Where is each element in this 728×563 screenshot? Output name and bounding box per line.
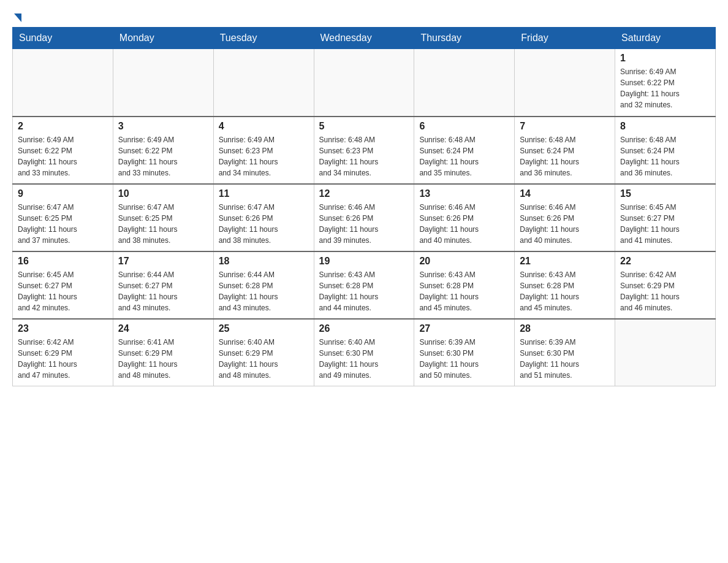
calendar-cell: 6Sunrise: 6:48 AM Sunset: 6:24 PM Daylig… (414, 117, 515, 184)
day-number: 27 (419, 323, 509, 334)
day-info: Sunrise: 6:43 AM Sunset: 6:28 PM Dayligh… (319, 269, 409, 313)
day-number: 24 (118, 323, 208, 334)
weekday-header-wednesday: Wednesday (314, 28, 414, 49)
day-number: 20 (419, 256, 509, 267)
calendar-cell: 5Sunrise: 6:48 AM Sunset: 6:23 PM Daylig… (314, 117, 414, 184)
calendar-cell (113, 49, 213, 117)
calendar-cell: 15Sunrise: 6:45 AM Sunset: 6:27 PM Dayli… (615, 184, 716, 251)
calendar-cell: 28Sunrise: 6:39 AM Sunset: 6:30 PM Dayli… (515, 319, 615, 386)
calendar-cell: 23Sunrise: 6:42 AM Sunset: 6:29 PM Dayli… (13, 319, 113, 386)
day-number: 1 (620, 53, 710, 64)
calendar-header-row: SundayMondayTuesdayWednesdayThursdayFrid… (13, 28, 716, 49)
day-number: 8 (620, 121, 710, 132)
calendar-cell: 4Sunrise: 6:49 AM Sunset: 6:23 PM Daylig… (213, 117, 314, 184)
day-number: 11 (219, 188, 309, 199)
day-number: 25 (219, 323, 309, 334)
calendar-cell: 1Sunrise: 6:49 AM Sunset: 6:22 PM Daylig… (615, 49, 716, 117)
calendar-cell: 26Sunrise: 6:40 AM Sunset: 6:30 PM Dayli… (314, 319, 414, 386)
day-number: 6 (419, 121, 509, 132)
calendar-table: SundayMondayTuesdayWednesdayThursdayFrid… (12, 27, 716, 386)
calendar-cell: 19Sunrise: 6:43 AM Sunset: 6:28 PM Dayli… (314, 251, 414, 319)
day-info: Sunrise: 6:46 AM Sunset: 6:26 PM Dayligh… (319, 202, 409, 246)
calendar-cell: 9Sunrise: 6:47 AM Sunset: 6:25 PM Daylig… (13, 184, 113, 251)
calendar-cell: 8Sunrise: 6:48 AM Sunset: 6:24 PM Daylig… (615, 117, 716, 184)
day-info: Sunrise: 6:48 AM Sunset: 6:24 PM Dayligh… (419, 134, 509, 178)
calendar-week-row: 1Sunrise: 6:49 AM Sunset: 6:22 PM Daylig… (13, 49, 716, 117)
day-info: Sunrise: 6:43 AM Sunset: 6:28 PM Dayligh… (520, 269, 610, 313)
calendar-cell (13, 49, 113, 117)
day-info: Sunrise: 6:39 AM Sunset: 6:30 PM Dayligh… (520, 337, 610, 381)
calendar-cell: 18Sunrise: 6:44 AM Sunset: 6:28 PM Dayli… (213, 251, 314, 319)
day-info: Sunrise: 6:40 AM Sunset: 6:29 PM Dayligh… (219, 337, 309, 381)
day-number: 15 (620, 188, 710, 199)
day-number: 12 (319, 188, 409, 199)
calendar-cell: 11Sunrise: 6:47 AM Sunset: 6:26 PM Dayli… (213, 184, 314, 251)
day-info: Sunrise: 6:46 AM Sunset: 6:26 PM Dayligh… (419, 202, 509, 246)
day-info: Sunrise: 6:49 AM Sunset: 6:23 PM Dayligh… (219, 134, 309, 178)
day-number: 3 (118, 121, 208, 132)
weekday-header-friday: Friday (515, 28, 615, 49)
calendar-cell (414, 49, 515, 117)
calendar-cell: 2Sunrise: 6:49 AM Sunset: 6:22 PM Daylig… (13, 117, 113, 184)
day-number: 26 (319, 323, 409, 334)
day-info: Sunrise: 6:47 AM Sunset: 6:25 PM Dayligh… (18, 202, 108, 246)
day-info: Sunrise: 6:41 AM Sunset: 6:29 PM Dayligh… (118, 337, 208, 381)
calendar-cell: 22Sunrise: 6:42 AM Sunset: 6:29 PM Dayli… (615, 251, 716, 319)
calendar-cell: 20Sunrise: 6:43 AM Sunset: 6:28 PM Dayli… (414, 251, 515, 319)
calendar-week-row: 9Sunrise: 6:47 AM Sunset: 6:25 PM Daylig… (13, 184, 716, 251)
day-info: Sunrise: 6:39 AM Sunset: 6:30 PM Dayligh… (419, 337, 509, 381)
calendar-cell: 3Sunrise: 6:49 AM Sunset: 6:22 PM Daylig… (113, 117, 213, 184)
calendar-cell (615, 319, 716, 386)
day-info: Sunrise: 6:45 AM Sunset: 6:27 PM Dayligh… (620, 202, 710, 246)
calendar-week-row: 23Sunrise: 6:42 AM Sunset: 6:29 PM Dayli… (13, 319, 716, 386)
day-info: Sunrise: 6:45 AM Sunset: 6:27 PM Dayligh… (18, 269, 108, 313)
calendar-cell (314, 49, 414, 117)
day-info: Sunrise: 6:40 AM Sunset: 6:30 PM Dayligh… (319, 337, 409, 381)
day-info: Sunrise: 6:44 AM Sunset: 6:28 PM Dayligh… (219, 269, 309, 313)
weekday-header-saturday: Saturday (615, 28, 716, 49)
day-info: Sunrise: 6:43 AM Sunset: 6:28 PM Dayligh… (419, 269, 509, 313)
calendar-cell: 25Sunrise: 6:40 AM Sunset: 6:29 PM Dayli… (213, 319, 314, 386)
page-header (12, 12, 716, 21)
calendar-cell: 24Sunrise: 6:41 AM Sunset: 6:29 PM Dayli… (113, 319, 213, 386)
weekday-header-tuesday: Tuesday (213, 28, 314, 49)
day-info: Sunrise: 6:49 AM Sunset: 6:22 PM Dayligh… (18, 134, 108, 178)
calendar-cell: 7Sunrise: 6:48 AM Sunset: 6:24 PM Daylig… (515, 117, 615, 184)
day-number: 22 (620, 256, 710, 267)
day-number: 5 (319, 121, 409, 132)
day-info: Sunrise: 6:47 AM Sunset: 6:26 PM Dayligh… (219, 202, 309, 246)
calendar-week-row: 16Sunrise: 6:45 AM Sunset: 6:27 PM Dayli… (13, 251, 716, 319)
day-number: 2 (18, 121, 108, 132)
calendar-cell: 16Sunrise: 6:45 AM Sunset: 6:27 PM Dayli… (13, 251, 113, 319)
day-info: Sunrise: 6:42 AM Sunset: 6:29 PM Dayligh… (620, 269, 710, 313)
calendar-cell (515, 49, 615, 117)
weekday-header-sunday: Sunday (13, 28, 113, 49)
logo-arrow-icon (14, 13, 21, 22)
day-info: Sunrise: 6:42 AM Sunset: 6:29 PM Dayligh… (18, 337, 108, 381)
calendar-cell: 12Sunrise: 6:46 AM Sunset: 6:26 PM Dayli… (314, 184, 414, 251)
day-number: 21 (520, 256, 610, 267)
calendar-cell: 21Sunrise: 6:43 AM Sunset: 6:28 PM Dayli… (515, 251, 615, 319)
day-number: 7 (520, 121, 610, 132)
day-info: Sunrise: 6:48 AM Sunset: 6:23 PM Dayligh… (319, 134, 409, 178)
day-info: Sunrise: 6:47 AM Sunset: 6:25 PM Dayligh… (118, 202, 208, 246)
day-info: Sunrise: 6:49 AM Sunset: 6:22 PM Dayligh… (620, 66, 710, 110)
day-number: 17 (118, 256, 208, 267)
day-info: Sunrise: 6:46 AM Sunset: 6:26 PM Dayligh… (520, 202, 610, 246)
day-number: 23 (18, 323, 108, 334)
day-number: 9 (18, 188, 108, 199)
logo (12, 12, 21, 21)
day-info: Sunrise: 6:44 AM Sunset: 6:27 PM Dayligh… (118, 269, 208, 313)
day-info: Sunrise: 6:48 AM Sunset: 6:24 PM Dayligh… (620, 134, 710, 178)
day-number: 19 (319, 256, 409, 267)
day-number: 14 (520, 188, 610, 199)
day-number: 16 (18, 256, 108, 267)
day-info: Sunrise: 6:48 AM Sunset: 6:24 PM Dayligh… (520, 134, 610, 178)
calendar-cell: 27Sunrise: 6:39 AM Sunset: 6:30 PM Dayli… (414, 319, 515, 386)
day-number: 13 (419, 188, 509, 199)
calendar-cell: 13Sunrise: 6:46 AM Sunset: 6:26 PM Dayli… (414, 184, 515, 251)
day-number: 10 (118, 188, 208, 199)
day-number: 28 (520, 323, 610, 334)
calendar-cell (213, 49, 314, 117)
weekday-header-monday: Monday (113, 28, 213, 49)
